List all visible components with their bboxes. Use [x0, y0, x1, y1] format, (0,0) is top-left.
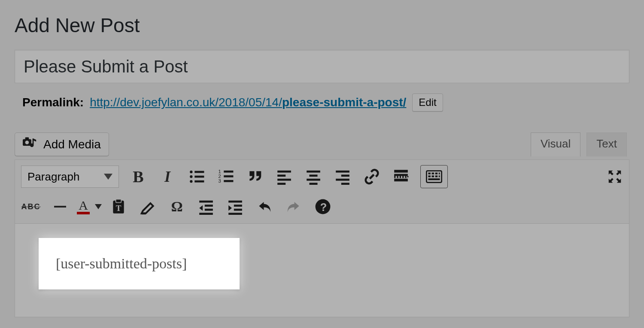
permalink-row: Permalink: http://dev.joefylan.co.uk/201… [22, 93, 629, 111]
special-character-button[interactable]: Ω [167, 197, 187, 217]
bold-button[interactable]: B [128, 167, 148, 187]
svg-point-4 [190, 171, 192, 173]
shortcode-highlight: [user-submitted-posts] [39, 238, 240, 289]
svg-rect-41 [428, 178, 440, 180]
svg-rect-21 [310, 175, 318, 177]
italic-button[interactable]: I [158, 167, 177, 187]
link-button[interactable] [362, 167, 382, 187]
toolbar-toggle-button[interactable] [420, 165, 448, 188]
svg-rect-19 [277, 183, 286, 185]
svg-rect-16 [277, 171, 291, 173]
svg-rect-49 [228, 201, 242, 203]
svg-rect-51 [234, 209, 242, 211]
svg-text:3: 3 [219, 178, 221, 184]
shortcode-text: [user-submitted-posts] [56, 256, 187, 272]
text-color-button[interactable]: A [79, 197, 99, 217]
svg-rect-50 [234, 205, 242, 207]
editor-area: Add Media Visual Text Paragraph B [15, 132, 629, 317]
permalink-base: http://dev.joefylan.co.uk/2018/05/14/ [90, 96, 282, 109]
svg-rect-37 [428, 175, 430, 177]
svg-rect-52 [228, 213, 242, 215]
svg-rect-46 [205, 205, 213, 207]
svg-rect-40 [439, 175, 440, 177]
horizontal-rule-button[interactable] [50, 197, 70, 217]
editor-toolbar: Paragraph B I 123 [15, 160, 629, 224]
add-media-label: Add Media [43, 138, 101, 151]
svg-rect-15 [224, 180, 233, 182]
svg-point-3 [30, 143, 34, 147]
svg-rect-47 [205, 209, 213, 211]
format-dropdown[interactable]: Paragraph [21, 166, 119, 188]
undo-button[interactable] [255, 197, 274, 217]
svg-text:?: ? [320, 201, 327, 213]
chevron-down-icon [104, 174, 112, 180]
svg-rect-28 [394, 170, 408, 172]
svg-rect-30 [394, 176, 408, 177]
toolbar-row-2: ABC A T Ω [21, 193, 625, 221]
align-left-button[interactable] [274, 167, 294, 187]
page-title: Add New Post [15, 14, 629, 37]
align-right-button[interactable] [333, 167, 352, 187]
post-title-wrap [15, 50, 629, 83]
permalink-edit-button[interactable]: Edit [412, 93, 443, 111]
permalink-slug: please-submit-a-post/ [282, 96, 406, 109]
svg-text:T: T [116, 204, 122, 213]
svg-rect-31 [394, 179, 408, 181]
post-title-input[interactable] [15, 50, 629, 83]
toolbar-row-1: Paragraph B I 123 [21, 162, 625, 191]
svg-rect-25 [341, 175, 349, 177]
svg-rect-9 [194, 181, 204, 183]
camera-music-icon [23, 136, 37, 152]
format-dropdown-label: Paragraph [27, 170, 79, 184]
tab-visual[interactable]: Visual [531, 132, 580, 156]
editor-top-row: Add Media Visual Text [15, 132, 629, 156]
paste-text-button[interactable]: T [109, 197, 128, 217]
add-media-button[interactable]: Add Media [15, 132, 109, 156]
svg-rect-27 [341, 183, 349, 185]
svg-rect-39 [435, 175, 437, 177]
chevron-down-icon [95, 204, 102, 209]
svg-rect-35 [435, 173, 437, 175]
svg-rect-18 [277, 179, 291, 181]
svg-rect-33 [428, 173, 430, 175]
fullscreen-button[interactable] [605, 167, 625, 187]
svg-rect-36 [439, 173, 440, 175]
svg-rect-23 [310, 183, 318, 185]
editor-tabs: Visual Text [531, 132, 627, 156]
blockquote-button[interactable] [245, 167, 265, 187]
svg-rect-13 [224, 175, 233, 178]
strikethrough-button[interactable]: ABC [21, 197, 41, 217]
outdent-button[interactable] [196, 197, 216, 217]
help-button[interactable]: ? [313, 197, 333, 217]
svg-rect-48 [199, 213, 213, 215]
tab-text[interactable]: Text [586, 132, 627, 156]
svg-rect-34 [432, 173, 434, 175]
clear-formatting-button[interactable] [138, 197, 158, 217]
indent-button[interactable] [225, 197, 245, 217]
svg-rect-17 [277, 175, 286, 177]
svg-point-6 [190, 175, 192, 178]
svg-rect-26 [336, 179, 349, 181]
svg-rect-22 [307, 179, 320, 181]
svg-rect-11 [224, 171, 233, 173]
svg-rect-5 [194, 171, 204, 173]
svg-rect-38 [432, 175, 434, 177]
bullet-list-button[interactable] [187, 167, 207, 187]
svg-rect-43 [116, 199, 122, 203]
svg-point-8 [190, 180, 192, 183]
svg-point-2 [25, 141, 29, 144]
svg-rect-1 [25, 137, 29, 140]
permalink-link[interactable]: http://dev.joefylan.co.uk/2018/05/14/ple… [90, 96, 406, 109]
svg-rect-45 [199, 201, 213, 203]
permalink-label: Permalink: [22, 96, 84, 109]
numbered-list-button[interactable]: 123 [216, 167, 236, 187]
redo-button[interactable] [284, 197, 304, 217]
svg-rect-24 [336, 171, 349, 173]
svg-rect-7 [194, 176, 204, 178]
svg-rect-20 [307, 171, 320, 173]
align-center-button[interactable] [304, 167, 323, 187]
read-more-button[interactable] [391, 167, 411, 187]
